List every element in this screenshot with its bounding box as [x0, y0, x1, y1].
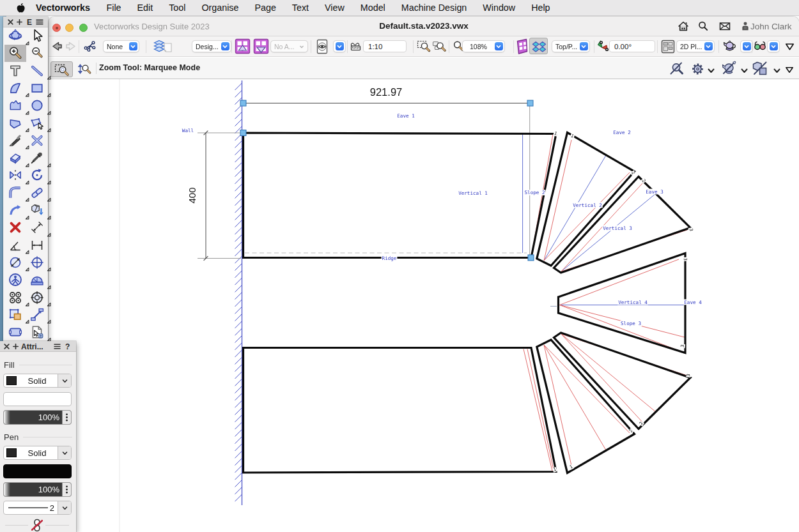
tool-protractor-icon[interactable] — [26, 271, 48, 289]
tool-circle-icon[interactable] — [26, 97, 48, 114]
tool-text-icon[interactable] — [4, 63, 26, 80]
zoom-dropdown[interactable]: 108% — [462, 40, 505, 52]
zoom-marquee-icon[interactable] — [417, 40, 431, 56]
more-chevron-icon[interactable] — [785, 42, 795, 54]
tool-fillet-icon[interactable] — [4, 185, 26, 202]
tool-zoom-out-icon[interactable] — [26, 45, 48, 62]
scale-field[interactable]: 1:10 — [363, 40, 407, 52]
render-chevron-icon[interactable] — [741, 65, 748, 77]
menu-item-help[interactable]: Help — [524, 3, 558, 13]
unified-view-button[interactable] — [529, 38, 548, 54]
tool-extrude-icon[interactable] — [26, 202, 48, 219]
menu-item-window[interactable]: Window — [475, 3, 524, 13]
home-icon[interactable] — [678, 20, 689, 32]
tool-leader-icon[interactable] — [26, 307, 48, 324]
tool-dim-diameter-icon[interactable] — [4, 254, 26, 271]
fill-opacity-slider[interactable]: 100% — [3, 410, 72, 425]
menu-item-organise[interactable]: Organise — [194, 3, 247, 13]
tool-arc-icon[interactable] — [4, 80, 26, 97]
tool-human-figure-icon[interactable] — [4, 271, 26, 289]
tool-slab-icon[interactable] — [4, 324, 26, 341]
tool-delete-icon[interactable] — [4, 219, 26, 236]
selection-handle[interactable] — [240, 100, 246, 106]
tool-scissors-icon[interactable] — [26, 132, 48, 149]
selection-handle[interactable] — [240, 130, 246, 136]
tool-polyline-icon[interactable] — [4, 97, 26, 114]
gear-chevron-icon[interactable] — [708, 65, 715, 77]
navigation-graph-icon[interactable] — [84, 40, 96, 55]
tool-selection-icon[interactable] — [26, 27, 48, 45]
dimension-value[interactable]: 921.97 — [370, 86, 402, 98]
opacity-menu-icon[interactable] — [62, 483, 71, 496]
gear-icon[interactable] — [690, 61, 706, 79]
forward-icon[interactable] — [65, 40, 78, 56]
apple-icon[interactable] — [16, 3, 24, 13]
tool-dim-diagonal-icon[interactable] — [26, 219, 48, 236]
view-glasses-icon[interactable] — [754, 40, 766, 54]
saved-view-up-icon[interactable] — [235, 38, 251, 57]
back-icon[interactable] — [50, 40, 63, 56]
tool-modify-arrow-icon[interactable] — [4, 202, 26, 219]
tool-import-doc-icon[interactable] — [26, 324, 48, 341]
tool-eraser-icon[interactable] — [4, 149, 26, 167]
axis-angle-icon[interactable] — [596, 40, 610, 56]
help-icon[interactable]: ? — [65, 342, 70, 351]
layer-dropdown[interactable]: Desig... — [192, 40, 231, 52]
menu-item-view[interactable]: View — [317, 3, 353, 13]
mode-marquee-button[interactable] — [50, 61, 73, 77]
visibility-document-icon[interactable] — [316, 39, 328, 57]
mode-dynamic-zoom-icon[interactable] — [77, 62, 92, 79]
menu-item-vectorworks[interactable]: Vectorworks — [26, 3, 98, 13]
plane-dropdown[interactable]: 2D Pl... — [676, 40, 715, 52]
user-name[interactable]: John Clark — [750, 22, 792, 31]
filter-icon[interactable] — [785, 65, 794, 76]
zoom-page-icon[interactable] — [432, 40, 446, 56]
close-icon[interactable] — [4, 344, 10, 349]
layers-icon[interactable] — [153, 40, 173, 56]
tool-rings-icon[interactable] — [4, 289, 26, 307]
tool-center-mark-icon[interactable] — [26, 254, 48, 271]
menu-item-edit[interactable]: Edit — [129, 3, 161, 13]
preview-magnifier-icon[interactable] — [669, 61, 685, 79]
drawing-area[interactable]: 921.97400WallEave 1Eave 2Eave 3Slope 2Ve… — [49, 79, 799, 532]
view-dropdown[interactable]: Top/P... — [552, 40, 590, 52]
tool-flyover-icon[interactable] — [4, 27, 26, 45]
tool-reshape-icon[interactable] — [26, 115, 48, 132]
search-icon[interactable] — [697, 20, 709, 32]
menu-item-text[interactable]: Text — [284, 3, 316, 13]
pen-style-dropdown[interactable]: Solid — [3, 446, 72, 460]
opacity-menu-icon[interactable] — [62, 411, 71, 424]
selection-handle[interactable] — [528, 255, 534, 261]
saved-view-down-icon[interactable] — [253, 38, 269, 57]
glasses-dropdown[interactable] — [767, 40, 780, 52]
tool-target-icon[interactable] — [26, 289, 48, 307]
tool-rotate-icon[interactable] — [26, 167, 48, 184]
menu-item-machine-design[interactable]: Machine Design — [393, 3, 475, 13]
dimension-value[interactable]: 400 — [187, 187, 198, 203]
close-icon[interactable] — [8, 19, 13, 25]
expand-icon[interactable] — [13, 344, 19, 349]
render-teapot-icon[interactable] — [722, 39, 737, 56]
tool-mirror-icon[interactable] — [4, 167, 26, 184]
fill-style-dropdown[interactable]: Solid — [3, 374, 72, 388]
pen-opacity-slider[interactable]: 100% — [3, 482, 72, 497]
fill-color-bar[interactable] — [3, 392, 72, 406]
tool-polygon-icon[interactable] — [4, 115, 26, 132]
tool-clip-icon[interactable] — [4, 307, 26, 324]
menu-item-file[interactable]: File — [98, 3, 129, 13]
attribute-link-row[interactable] — [0, 519, 76, 532]
title-bar[interactable]: Vectorworks Design Suite 2023 Default.st… — [49, 17, 799, 36]
menu-item-model[interactable]: Model — [352, 3, 393, 13]
angle-field[interactable]: 0.00° — [609, 40, 655, 52]
tool-dim-linear-icon[interactable] — [26, 237, 48, 254]
class-dropdown[interactable]: None — [103, 40, 139, 52]
menu-item-page[interactable]: Page — [247, 3, 284, 13]
expand-icon[interactable] — [17, 19, 22, 25]
cube-icon[interactable] — [516, 38, 529, 57]
scale-tape-icon[interactable] — [350, 41, 361, 54]
pen-color-bar[interactable] — [3, 464, 72, 478]
menu-item-tool[interactable]: Tool — [161, 3, 194, 13]
tool-line-icon[interactable] — [26, 63, 48, 80]
drawing-canvas[interactable]: 921.97400WallEave 1Eave 2Eave 3Slope 2Ve… — [49, 79, 799, 532]
tool-rectangle-icon[interactable] — [26, 80, 48, 97]
